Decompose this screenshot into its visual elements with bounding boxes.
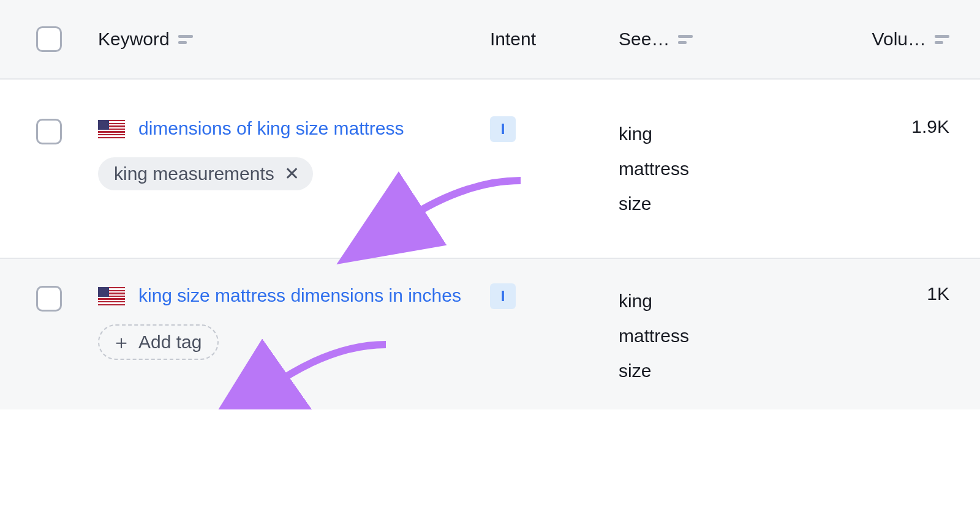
flag-us-icon — [98, 287, 125, 305]
column-volume-label: Volu… — [872, 29, 926, 50]
plus-icon: ＋ — [111, 332, 131, 352]
sort-icon — [935, 35, 949, 44]
row-checkbox[interactable] — [36, 286, 62, 312]
table-header: Keyword Intent See… Volu… — [0, 0, 980, 80]
seed-item: king — [619, 116, 821, 151]
intent-badge: I — [490, 116, 516, 142]
select-all-checkbox[interactable] — [36, 26, 62, 52]
column-intent-label: Intent — [490, 29, 536, 50]
seed-list: king mattress size — [619, 283, 821, 388]
column-intent[interactable]: Intent — [490, 29, 619, 50]
row-checkbox[interactable] — [36, 119, 62, 144]
table-row: king size mattress dimensions in inches … — [0, 259, 980, 409]
column-volume[interactable]: Volu… — [821, 29, 980, 50]
add-tag-label: Add tag — [138, 332, 202, 353]
remove-tag-icon[interactable]: ✕ — [284, 165, 300, 183]
column-keyword[interactable]: Keyword — [98, 29, 490, 50]
seed-item: size — [619, 186, 821, 221]
intent-badge: I — [490, 283, 516, 309]
add-tag-button[interactable]: ＋ Add tag — [98, 324, 219, 360]
sort-icon — [678, 35, 693, 44]
sort-icon — [178, 35, 193, 44]
column-seed-label: See… — [619, 29, 669, 50]
flag-us-icon — [98, 120, 125, 138]
tag-chip[interactable]: king measurements ✕ — [98, 157, 313, 190]
seed-item: size — [619, 353, 821, 388]
annotation-arrow — [257, 342, 392, 409]
table-row: dimensions of king size mattress king me… — [0, 80, 980, 259]
column-seed[interactable]: See… — [619, 29, 821, 50]
volume-value: 1.9K — [911, 116, 949, 136]
volume-value: 1K — [927, 283, 949, 304]
tag-label: king measurements — [114, 163, 274, 184]
annotation-arrow — [392, 177, 527, 255]
column-keyword-label: Keyword — [98, 29, 170, 50]
seed-item: mattress — [619, 151, 821, 186]
seed-item: king — [619, 283, 821, 318]
keyword-table: Keyword Intent See… Volu… dimensions of … — [0, 0, 980, 409]
seed-list: king mattress size — [619, 116, 821, 221]
keyword-link[interactable]: dimensions of king size mattress — [138, 116, 404, 141]
seed-item: mattress — [619, 318, 821, 353]
keyword-link[interactable]: king size mattress dimensions in inches — [138, 283, 461, 308]
